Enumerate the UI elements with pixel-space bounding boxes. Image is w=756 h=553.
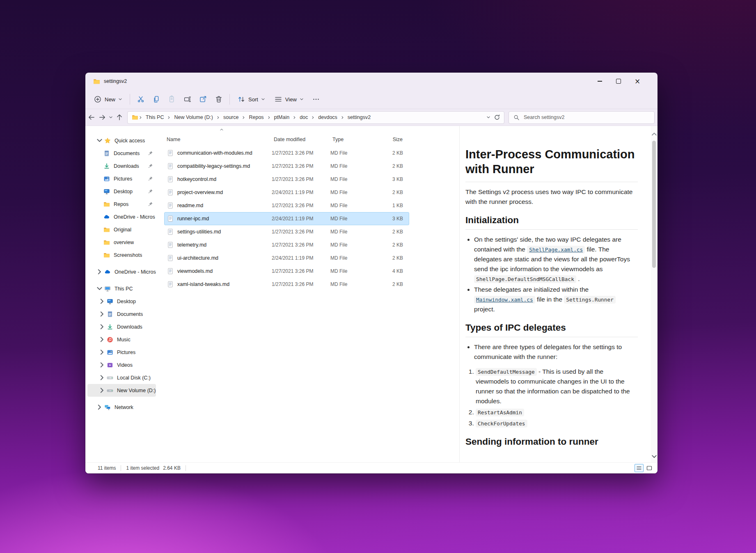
minimize-button[interactable] — [590, 73, 609, 89]
column-header-type[interactable]: Type — [330, 135, 363, 144]
search-input[interactable] — [523, 114, 650, 121]
file-row[interactable]: readme.md1/27/2021 3:26 PMMD File1 KB — [164, 199, 409, 212]
scroll-down-icon[interactable] — [651, 453, 657, 460]
file-row[interactable]: telemetry.md1/27/2021 3:26 PMMD File2 KB — [164, 238, 409, 251]
chevron-right-icon[interactable] — [99, 336, 105, 343]
maximize-button[interactable] — [609, 73, 628, 89]
command-bar: New Sort View — [85, 90, 657, 109]
breadcrumb-item[interactable]: doc — [297, 113, 311, 122]
sidebar-item-desktop[interactable]: Desktop — [87, 185, 156, 198]
sidebar-item-pictures[interactable]: Pictures — [87, 346, 156, 359]
file-row[interactable]: project-overview.md2/24/2021 1:19 PMMD F… — [164, 186, 409, 199]
file-row[interactable]: xaml-island-tweaks.md1/27/2021 3:26 PMMD… — [164, 278, 409, 291]
sort-button-label: Sort — [248, 96, 258, 103]
new-button[interactable]: New — [89, 92, 127, 106]
sidebar-item-onedrive-microsof[interactable]: OneDrive - Microsof — [87, 265, 156, 278]
address-dropdown-button[interactable] — [485, 111, 492, 123]
refresh-button[interactable] — [492, 111, 502, 123]
titlebar[interactable]: settingsv2 × — [85, 73, 657, 90]
sidebar-item-pictures[interactable]: Pictures — [87, 172, 156, 185]
cut-button[interactable] — [133, 92, 149, 106]
sidebar-item-documents[interactable]: Documents — [87, 308, 156, 320]
sidebar-item-desktop[interactable]: Desktop — [87, 295, 156, 308]
breadcrumb-item[interactable]: Repos — [246, 113, 266, 122]
md-file-icon — [167, 163, 174, 169]
file-type: MD File — [330, 190, 363, 195]
text-run: The Settings v2 process uses two way IPC… — [465, 188, 632, 205]
chevron-right-icon[interactable] — [99, 298, 105, 305]
file-row[interactable]: hotkeycontrol.md1/27/2021 3:26 PMMD File… — [164, 173, 409, 186]
close-button[interactable]: × — [628, 73, 647, 89]
chevron-right-icon[interactable] — [99, 324, 105, 330]
inline-code: SendDefaultMessage — [476, 368, 537, 376]
sidebar-item-original[interactable]: Original — [87, 223, 156, 236]
paste-button[interactable] — [164, 92, 180, 106]
file-row[interactable]: communication-with-modules.md1/27/2021 3… — [164, 146, 409, 160]
sidebar-item-videos[interactable]: Videos — [87, 359, 156, 371]
file-type: MD File — [330, 216, 363, 222]
search-box[interactable] — [509, 111, 655, 124]
recent-locations-button[interactable] — [108, 111, 114, 123]
breadcrumb-item[interactable]: ptMain — [271, 113, 293, 122]
sidebar-item-overview[interactable]: overview — [87, 236, 156, 249]
rename-button[interactable] — [180, 92, 195, 106]
chevron-right-icon[interactable] — [99, 311, 105, 318]
chevron-down-icon[interactable] — [96, 286, 103, 292]
sidebar-item-screenshots[interactable]: Screenshots — [87, 249, 156, 261]
chevron-right-icon[interactable] — [96, 404, 103, 411]
up-button[interactable] — [114, 111, 125, 123]
copy-button[interactable] — [149, 92, 164, 106]
sidebar-item-music[interactable]: Music — [87, 333, 156, 346]
chevron-right-icon[interactable] — [99, 375, 105, 381]
file-row[interactable]: settings-utilities.md1/27/2021 3:26 PMMD… — [164, 225, 409, 238]
delete-icon — [215, 95, 223, 103]
chevron-right-icon[interactable] — [99, 387, 105, 394]
sidebar-item-local-disk-c-[interactable]: Local Disk (C:) — [87, 371, 156, 384]
sidebar-item-network[interactable]: Network — [87, 401, 156, 414]
share-button[interactable] — [195, 92, 211, 106]
forward-button[interactable] — [97, 111, 108, 123]
breadcrumb-item[interactable]: settingsv2 — [345, 113, 373, 122]
chevron-right-icon[interactable] — [99, 349, 105, 356]
file-row[interactable]: ui-architecture.md2/24/2021 1:19 PMMD Fi… — [164, 251, 409, 265]
sidebar-item-repos[interactable]: Repos — [87, 198, 156, 210]
scrollbar-thumb[interactable] — [652, 141, 656, 268]
large-thumbnails-view-button[interactable] — [645, 464, 654, 472]
breadcrumb-item[interactable]: devdocs — [315, 113, 340, 122]
scroll-up-icon[interactable] — [651, 131, 657, 137]
disk-icon — [107, 375, 113, 381]
sidebar-item-new-volume-d-[interactable]: New Volume (D:) — [87, 384, 156, 397]
details-view-button[interactable] — [635, 464, 644, 472]
chevron-right-icon[interactable] — [99, 362, 105, 368]
sidebar-item-downloads[interactable]: Downloads — [87, 160, 156, 172]
file-row[interactable]: compatibility-legacy-settings.md1/27/202… — [164, 160, 409, 173]
code-link[interactable]: Mainwindow.xaml.cs — [474, 296, 535, 304]
preview-scrollbar[interactable] — [651, 126, 657, 462]
code-link[interactable]: ShellPage.xaml.cs — [527, 246, 585, 254]
sidebar-quick-access[interactable]: Quick access — [87, 134, 156, 147]
view-button[interactable]: View — [270, 92, 308, 106]
more-options-button[interactable] — [308, 92, 324, 106]
cut-icon — [137, 95, 145, 103]
column-header-size[interactable]: Size — [363, 135, 406, 144]
sidebar-item-this-pc[interactable]: This PC — [87, 282, 156, 295]
sidebar-item-onedrive-micros[interactable]: OneDrive - Micros — [87, 210, 156, 223]
address-bar[interactable]: This PCNew Volume (D:)sourceReposptMaind… — [127, 111, 504, 124]
column-header-date-modified[interactable]: Date modified — [271, 135, 330, 144]
breadcrumb-item[interactable]: source — [220, 113, 242, 122]
file-row[interactable]: viewmodels.md1/27/2021 3:26 PMMD File4 K… — [164, 265, 409, 278]
file-type: MD File — [330, 203, 363, 208]
sidebar-item-downloads[interactable]: Downloads — [87, 320, 156, 333]
chevron-right-icon[interactable] — [96, 269, 103, 275]
back-button[interactable] — [86, 111, 97, 123]
file-row[interactable]: runner-ipc.md2/24/2021 1:19 PMMD File3 K… — [164, 212, 409, 225]
breadcrumb-item[interactable]: New Volume (D:) — [171, 113, 215, 122]
file-date-modified: 1/27/2021 3:26 PM — [272, 176, 330, 182]
sidebar-item-documents[interactable]: Documents — [87, 147, 156, 160]
text-run: These delegates are initialized within t… — [474, 286, 589, 293]
column-header-name[interactable]: Name — [164, 136, 271, 143]
delete-button[interactable] — [211, 92, 227, 106]
pin-icon — [148, 189, 153, 194]
breadcrumb-item[interactable]: This PC — [143, 113, 167, 122]
sort-button[interactable]: Sort — [233, 92, 270, 106]
